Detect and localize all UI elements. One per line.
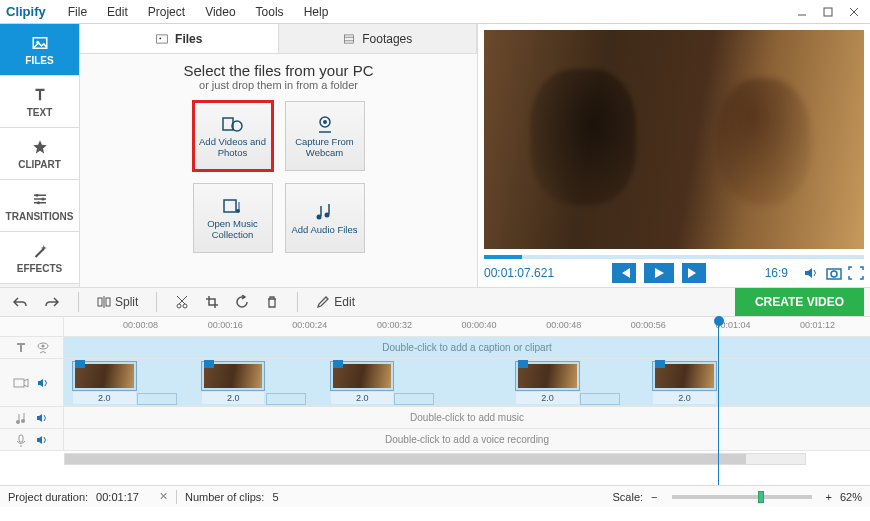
video-clip[interactable]: 2.0 [330,361,394,391]
menu-tools[interactable]: Tools [248,3,292,21]
audio-lane[interactable]: Double-click to add music [64,407,870,428]
ruler-tick: 00:00:32 [377,320,412,330]
zoom-in-button[interactable]: + [826,491,832,503]
crop-button[interactable] [199,292,225,312]
add-audio-button[interactable]: Add Audio Files [285,183,365,253]
transition-block[interactable] [266,393,306,405]
volume-icon[interactable] [36,411,50,425]
fullscreen-icon[interactable] [848,266,864,280]
footages-tab[interactable]: Footages [279,24,478,53]
side-tab-text[interactable]: TEXT [0,76,79,128]
undo-button[interactable] [6,292,34,312]
add-videos-photos-button[interactable]: Add Videos and Photos [193,101,273,171]
voice-track: Double-click to add a voice recording [0,429,870,451]
svg-point-19 [324,212,329,217]
main-menu: File Edit Project Video Tools Help [60,3,337,21]
app-logo: Clipify [6,4,46,19]
film-icon [342,32,356,46]
cancel-icon[interactable]: ✕ [159,490,168,503]
create-video-button[interactable]: CREATE VIDEO [735,288,864,316]
caption-track: Double-click to add a caption or clipart [0,337,870,359]
svg-point-7 [41,197,44,200]
svg-rect-23 [106,298,110,306]
caption-lane[interactable]: Double-click to add a caption or clipart [64,337,870,358]
svg-point-21 [831,271,837,277]
prev-button[interactable] [612,263,636,283]
video-clip[interactable]: 2.0 [72,361,136,391]
close-button[interactable] [842,3,866,21]
svg-point-31 [21,419,25,423]
split-button[interactable]: Split [91,292,144,312]
aspect-ratio[interactable]: 16:9 [765,266,788,280]
side-tab-transitions-label: TRANSITIONS [6,211,74,222]
side-tab-clipart[interactable]: CLIPART [0,128,79,180]
wand-icon [31,242,49,260]
snapshot-icon[interactable] [826,266,842,280]
svg-point-15 [323,120,327,124]
file-hint: Select the files from your PC or just dr… [80,54,477,95]
delete-button[interactable] [259,292,285,312]
transition-block[interactable] [580,393,620,405]
side-tab-files[interactable]: FILES [0,24,79,76]
time-ruler[interactable]: 00:00:08 00:00:16 00:00:24 00:00:32 00:0… [0,317,870,337]
cut-button[interactable] [169,292,195,312]
visibility-icon[interactable] [36,341,50,355]
play-button[interactable] [644,263,674,283]
title-bar: Clipify File Edit Project Video Tools He… [0,0,870,24]
open-music-button[interactable]: Open Music Collection [193,183,273,253]
ruler-tick: 00:00:48 [546,320,581,330]
rotate-button[interactable] [229,292,255,312]
side-tabs: FILES TEXT CLIPART TRANSITIONS EFFECTS [0,24,80,287]
menu-video[interactable]: Video [197,3,243,21]
text-icon [14,341,28,355]
status-bar: Project duration: 00:01:17 ✕ Number of c… [0,485,870,507]
audio-files-icon [313,202,337,222]
redo-button[interactable] [38,292,66,312]
volume-icon[interactable] [36,433,50,447]
minimize-button[interactable] [790,3,814,21]
file-hint-title: Select the files from your PC [80,62,477,79]
svg-rect-32 [19,435,23,442]
video-clip[interactable]: 2.0 [201,361,265,391]
zoom-out-button[interactable]: − [651,491,657,503]
transition-block[interactable] [137,393,177,405]
maximize-button[interactable] [816,3,840,21]
menu-project[interactable]: Project [140,3,193,21]
svg-point-25 [177,304,181,308]
svg-rect-22 [98,298,102,306]
preview-video[interactable] [484,30,864,249]
menu-file[interactable]: File [60,3,95,21]
duration-label: Project duration: [8,491,88,503]
side-tab-transitions[interactable]: TRANSITIONS [0,180,79,232]
scale-slider[interactable] [672,495,812,499]
svg-rect-29 [14,379,24,387]
side-tab-effects-label: EFFECTS [17,263,63,274]
capture-webcam-button[interactable]: Capture From Webcam [285,101,365,171]
video-clip[interactable]: 2.0 [652,361,716,391]
transition-block[interactable] [394,393,434,405]
side-tab-clipart-label: CLIPART [18,159,61,170]
clips-label: Number of clips: [185,491,264,503]
preview-seekbar[interactable] [484,255,864,259]
side-tab-text-label: TEXT [27,107,53,118]
side-tab-effects[interactable]: EFFECTS [0,232,79,284]
timeline-scrollbar[interactable] [64,453,806,465]
menu-edit[interactable]: Edit [99,3,136,21]
volume-icon[interactable] [804,266,820,280]
next-button[interactable] [682,263,706,283]
music-icon [14,411,28,425]
volume-icon[interactable] [37,376,51,390]
timeline: 00:00:08 00:00:16 00:00:24 00:00:32 00:0… [0,317,870,485]
ruler-tick: 00:00:40 [462,320,497,330]
files-tab[interactable]: Files [80,24,279,53]
edit-button[interactable]: Edit [310,292,361,312]
svg-point-10 [159,37,161,39]
menu-help[interactable]: Help [296,3,337,21]
media-icon [221,114,245,134]
scale-label: Scale: [613,491,644,503]
video-lane[interactable]: 2.0 2.0 2.0 2.0 2.0 [64,359,870,406]
svg-point-6 [35,193,38,196]
voice-lane[interactable]: Double-click to add a voice recording [64,429,870,450]
svg-point-28 [41,344,44,347]
video-clip[interactable]: 2.0 [515,361,579,391]
